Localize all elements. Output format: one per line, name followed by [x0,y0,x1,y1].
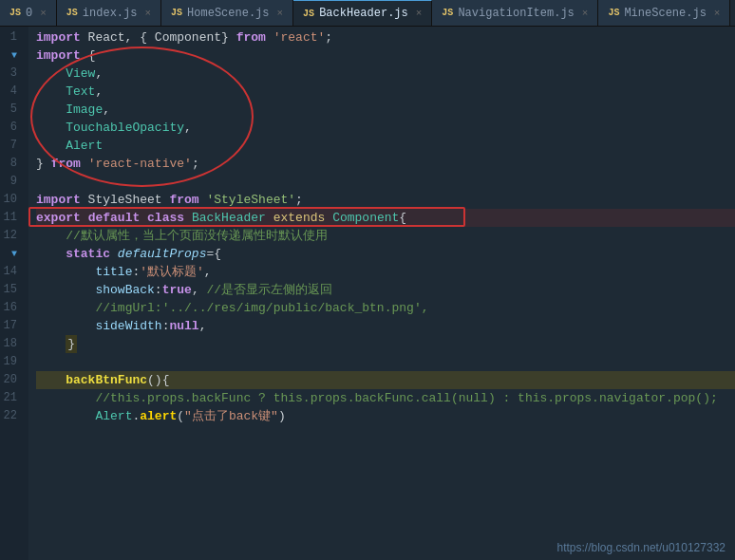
tab-bar: JS 0 × JS index.js × JS HomeScene.js × J… [0,0,735,27]
gutter-4: 4 [0,83,23,101]
code-line-2: import { [36,47,735,65]
tab-icon-index: JS [66,8,78,18]
gutter-9: 9 [0,173,23,191]
gutter-20: 20 [0,371,23,389]
gutter-10: 10 [0,191,23,209]
tab-close-backheader[interactable]: × [416,8,423,19]
tab-icon-navigationitem: JS [442,8,453,18]
gutter-12: 12 [0,227,23,245]
gutter-5: 5 [0,101,23,119]
tab-icon-0: JS [9,8,21,18]
tab-close-homescene[interactable]: × [277,8,284,19]
gutter-22: 22 [0,407,23,425]
gutter-16: 16 [0,299,23,317]
tab-label-backheader: BackHeader.js [319,7,408,20]
editor: 1 ▼ 3 4 5 6 7 8 9 10 11 12 ▼ 14 15 16 17… [0,27,735,560]
tab-navigationitem[interactable]: JS NavigationItem.js × [432,0,598,27]
gutter-1: 1 [0,28,23,47]
tab-minescene[interactable]: JS MineScene.js × [598,0,730,27]
code-line-8: } from 'react-native'; [36,155,735,173]
code-line-14: title:'默认标题', [36,263,735,281]
code-line-9 [36,173,735,191]
tab-backheader[interactable]: JS BackHeader.js × [293,0,432,27]
code-line-17: sideWidth:null, [36,317,735,335]
tab-index[interactable]: JS index.js × [57,0,161,27]
tab-label-homescene: HomeScene.js [187,7,269,20]
code-line-20: backBtnFunc(){ [36,371,735,389]
gutter-15: 15 [0,281,23,299]
gutter-11: 11 [0,209,23,227]
tab-label-navigationitem: NavigationItem.js [458,7,574,20]
gutter-13: ▼ [0,245,23,263]
code-line-21: //this.props.backFunc ? this.props.backF… [36,389,735,407]
code-line-16: //imgUrl:'../../res/img/public/back_btn.… [36,299,735,317]
tab-close-index[interactable]: × [144,8,151,19]
code-line-10: import StyleSheet from 'StyleSheet'; [36,191,735,209]
code-line-13: static defaultProps={ [36,245,735,263]
tab-homescene[interactable]: JS HomeScene.js × [161,0,293,27]
code-line-22: Alert.alert("点击了back键") [36,407,735,425]
tab-close-minescene[interactable]: × [714,8,721,19]
code-line-3: View, [36,65,735,83]
tab-icon-minescene: JS [608,8,619,18]
watermark: https://blog.csdn.net/u010127332 [557,541,726,554]
gutter-14: 14 [0,263,23,281]
code-line-5: Image, [36,101,735,119]
code-line-19 [36,353,735,371]
code-line-4: Text, [36,83,735,101]
line-number-gutter: 1 ▼ 3 4 5 6 7 8 9 10 11 12 ▼ 14 15 16 17… [0,27,28,560]
tab-label-minescene: MineScene.js [624,7,706,20]
tab-close-navigationitem[interactable]: × [582,8,589,19]
gutter-18: 18 [0,335,23,353]
gutter-21: 21 [0,389,23,407]
gutter-8: 8 [0,155,23,173]
code-line-18: } [36,335,735,353]
tab-label-index: index.js [83,7,138,20]
code-line-7: Alert [36,137,735,155]
tab-label-0: 0 [26,7,32,20]
code-line-11: export default class BackHeader extends … [36,209,735,227]
code-line-12: //默认属性，当上个页面没传递属性时默认使用 [36,227,735,245]
gutter-19: 19 [0,353,23,371]
tab-close-0[interactable]: × [40,8,47,19]
code-area[interactable]: import React, { Component} from 'react';… [28,27,735,560]
tab-0[interactable]: JS 0 × [0,0,57,27]
tab-icon-homescene: JS [171,8,182,18]
gutter-6: 6 [0,119,23,137]
gutter-17: 17 [0,317,23,335]
code-line-15: showBack:true, //是否显示左侧的返回 [36,281,735,299]
code-line-6: TouchableOpacity, [36,119,735,137]
tab-icon-backheader: JS [303,9,314,19]
gutter-2: ▼ [0,47,23,65]
code-line-1: import React, { Component} from 'react'; [36,28,735,47]
gutter-3: 3 [0,65,23,83]
gutter-7: 7 [0,137,23,155]
